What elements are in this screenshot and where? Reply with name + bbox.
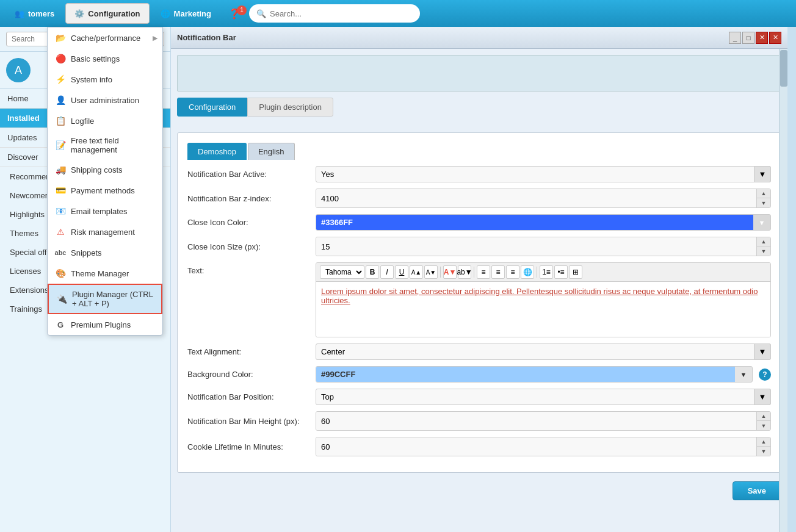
config-icon: ⚙️	[74, 9, 84, 18]
rte-font-size-up-button[interactable]: A▲	[410, 265, 423, 279]
rte-underline-button[interactable]: U	[395, 265, 408, 279]
field-background-color: Background Color: ▼ ?	[187, 366, 771, 383]
dropdown-item-snippets[interactable]: abc Snippets	[48, 242, 162, 263]
dropdown-item-system-info[interactable]: ⚡ System info	[48, 69, 162, 90]
submenu-arrow-icon: ▶	[153, 34, 157, 42]
panel-controls: _ □ ✕ ✕	[729, 32, 781, 44]
tab-configuration[interactable]: Configuration	[177, 98, 247, 117]
rte-ordered-list-button[interactable]: 1≡	[540, 265, 553, 279]
dropdown-item-cache[interactable]: 📂 Cache/performance ▶	[48, 27, 162, 48]
dropdown-item-premium-plugins[interactable]: G Premium Plugins	[48, 314, 162, 335]
input-close-icon-color[interactable]	[316, 215, 753, 230]
rte-emoji-button[interactable]: 🌐	[521, 265, 534, 279]
top-nav: 👥 tomers ⚙️ Configuration 🌐 Marketing ❓ …	[0, 0, 796, 27]
spinbox-close-icon-size: ▲ ▼	[316, 237, 771, 256]
spinbox-cookie-lifetime: ▲ ▼	[316, 437, 771, 456]
help-icon[interactable]: ?	[759, 368, 771, 381]
rte-unordered-list-button[interactable]: •≡	[554, 265, 568, 279]
spinbox-cookie-lifetime-controls: ▲ ▼	[756, 437, 770, 456]
panel-titlebar: Notification Bar _ □ ✕ ✕	[171, 27, 787, 49]
input-background-color[interactable]	[316, 367, 735, 382]
rte-separator-2	[474, 267, 474, 278]
rte-align-left-button[interactable]: ≡	[477, 265, 490, 279]
spinbox-min-height-up[interactable]: ▲	[757, 412, 770, 421]
rte-content[interactable]: Lorem ipsum dolor sit amet, consectetur …	[316, 282, 770, 337]
notification-badge: 1	[237, 5, 247, 15]
dropdown-item-plugin-manager[interactable]: 🔌 Plugin Manager (CTRL + ALT + P)	[48, 284, 162, 314]
select-position[interactable]: Top	[316, 389, 771, 405]
rte-separator-3	[537, 267, 537, 278]
tab-english[interactable]: English	[248, 143, 295, 160]
spinbox-close-icon-size-down[interactable]: ▼	[757, 246, 770, 256]
label-cookie-lifetime: Cookie Lifetime In Minutes:	[187, 442, 309, 451]
panel-minimize-button[interactable]: _	[729, 32, 741, 44]
input-cookie-lifetime[interactable]	[316, 437, 756, 456]
spinbox-min-height-down[interactable]: ▼	[757, 421, 770, 430]
label-close-icon-size: Close Icon Size (px):	[187, 242, 309, 251]
input-zindex[interactable]	[316, 189, 756, 207]
avatar: A	[6, 58, 31, 82]
spinbox-close-icon-size-controls: ▲ ▼	[756, 237, 770, 256]
panel-scrollbar-thumb[interactable]	[780, 50, 787, 87]
dropdown-item-email-templates[interactable]: 📧 Email templates	[48, 201, 162, 221]
input-min-height[interactable]	[316, 412, 756, 430]
color-input-background: ▼	[316, 366, 753, 383]
label-position: Notification Bar Position:	[187, 392, 309, 401]
top-search-bar[interactable]: 🔍	[249, 4, 420, 23]
dropdown-item-freetext[interactable]: 📝 Free text field management	[48, 131, 162, 159]
spinbox-min-height: ▲ ▼	[316, 411, 771, 431]
spinbox-cookie-lifetime-up[interactable]: ▲	[757, 437, 770, 447]
spinbox-zindex: ▲ ▼	[316, 189, 771, 208]
panel-scrollbar[interactable]	[779, 49, 787, 532]
rte-table-button[interactable]: ⊞	[569, 265, 582, 279]
label-min-height: Notification Bar Min Height (px):	[187, 417, 309, 426]
spinbox-zindex-down[interactable]: ▼	[757, 198, 770, 207]
tab-plugin-description[interactable]: Plugin description	[247, 98, 333, 117]
spinbox-cookie-lifetime-down[interactable]: ▼	[757, 447, 770, 456]
user-admin-icon: 👤	[55, 95, 66, 106]
select-text-alignment[interactable]: Center	[316, 343, 771, 360]
logfile-icon: 📋	[55, 115, 66, 126]
spinbox-zindex-up[interactable]: ▲	[757, 189, 770, 198]
dropdown-item-basic-settings[interactable]: 🔴 Basic settings	[48, 48, 162, 69]
color-arrow-close-icon[interactable]: ▼	[753, 215, 770, 230]
control-text-alignment: Center ▼	[316, 343, 771, 360]
rte-italic-button[interactable]: I	[380, 265, 394, 279]
rte-toolbar: Tahoma B I U A▲ A▼ A▼ ab▼	[316, 263, 770, 282]
rte-font-select[interactable]: Tahoma	[320, 265, 364, 279]
panel-close-button[interactable]: ✕	[756, 32, 768, 44]
dropdown-item-user-admin[interactable]: 👤 User administration	[48, 90, 162, 110]
rte-font-size-down-button[interactable]: A▼	[424, 265, 438, 279]
nav-notifications[interactable]: ❓ 1	[222, 4, 247, 23]
avatar-initial: A	[15, 64, 22, 77]
sub-tab-bar: Demoshop English	[187, 143, 771, 160]
select-notification-active[interactable]: Yes	[316, 166, 771, 182]
rte-align-right-button[interactable]: ≡	[506, 265, 519, 279]
save-button[interactable]: Save	[733, 481, 781, 500]
nav-customers[interactable]: 👥 tomers	[6, 3, 63, 24]
dropdown-item-logfile[interactable]: 📋 Logfile	[48, 110, 162, 131]
label-notification-active: Notification Bar Active:	[187, 170, 309, 179]
top-search-input[interactable]	[270, 9, 413, 18]
input-close-icon-size[interactable]	[316, 237, 756, 256]
dropdown-item-risk-management[interactable]: ⚠ Risk management	[48, 221, 162, 242]
field-cookie-lifetime: Cookie Lifetime In Minutes: ▲ ▼	[187, 437, 771, 456]
panel-close2-button[interactable]: ✕	[769, 32, 781, 44]
panel-restore-button[interactable]: □	[742, 32, 754, 44]
nav-marketing[interactable]: 🌐 Marketing	[152, 3, 220, 24]
form-actions: Save	[177, 479, 781, 503]
snippets-icon: abc	[55, 247, 66, 258]
rte-color-button[interactable]: A▼	[443, 265, 457, 279]
dropdown-item-payment[interactable]: 💳 Payment methods	[48, 180, 162, 201]
nav-configuration[interactable]: ⚙️ Configuration	[65, 3, 149, 24]
color-arrow-background[interactable]: ▼	[735, 367, 752, 382]
spinbox-close-icon-size-up[interactable]: ▲	[757, 237, 770, 246]
dropdown-item-theme-manager[interactable]: 🎨 Theme Manager	[48, 263, 162, 284]
dropdown-item-shipping[interactable]: 🚚 Shipping costs	[48, 159, 162, 180]
payment-icon: 💳	[55, 185, 66, 196]
tab-demoshop[interactable]: Demoshop	[187, 143, 247, 160]
label-text: Text:	[187, 262, 309, 275]
rte-bold-button[interactable]: B	[366, 265, 379, 279]
rte-highlight-button[interactable]: ab▼	[458, 265, 471, 279]
rte-align-center-button[interactable]: ≡	[491, 265, 505, 279]
